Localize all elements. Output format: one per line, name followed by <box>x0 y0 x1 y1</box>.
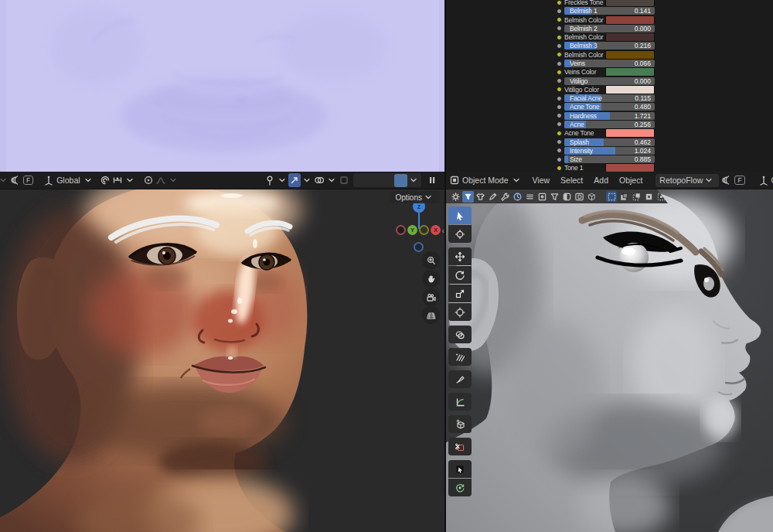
color-swatch[interactable] <box>605 32 655 42</box>
menu-object[interactable]: Object <box>614 176 648 185</box>
sidebar-toggle-icon[interactable]: ‹ <box>442 227 444 235</box>
chevron-down-icon[interactable] <box>82 173 94 187</box>
snap-magnet-icon[interactable] <box>99 173 111 187</box>
image-editor-normal-map[interactable] <box>0 0 444 172</box>
value-slider[interactable]: Veins0.066 <box>564 60 655 67</box>
value-slider[interactable]: Belmish 30.216 <box>564 42 655 49</box>
color-swatch[interactable] <box>605 85 655 94</box>
pan-hand-button[interactable] <box>422 270 440 288</box>
chevron-down-icon[interactable] <box>703 173 715 187</box>
viewport-retopo[interactable] <box>444 189 773 532</box>
pause-render-icon[interactable] <box>426 173 438 187</box>
fake-user-button[interactable]: F <box>23 176 33 185</box>
select-extend-icon[interactable] <box>618 191 629 202</box>
gizmo-x-axis[interactable]: X <box>431 225 441 235</box>
select-set-icon[interactable] <box>606 191 617 202</box>
chevron-down-icon[interactable] <box>325 173 338 187</box>
show-gizmo-icon[interactable] <box>288 173 301 187</box>
zoom-button[interactable] <box>422 251 440 269</box>
pivot-point-icon[interactable] <box>264 173 276 187</box>
gizmo-y-axis[interactable]: Y <box>407 225 417 235</box>
wrench-icon[interactable] <box>499 191 511 203</box>
color-swatch[interactable] <box>605 0 655 7</box>
select-subtract-icon[interactable] <box>631 191 642 202</box>
gizmo-neg-y-axis[interactable] <box>419 225 429 235</box>
tool-cursor-button[interactable] <box>448 225 472 243</box>
crescent-browse-icon[interactable] <box>720 173 733 187</box>
tool-scale-button[interactable] <box>448 285 472 302</box>
tool-selection-paint-button[interactable] <box>448 460 472 478</box>
funnel-outline-icon[interactable] <box>549 191 560 203</box>
chevron-down-icon[interactable] <box>510 173 523 187</box>
value-slider[interactable]: Acne0.256 <box>564 121 655 128</box>
gizmo-neg-z-axis[interactable] <box>414 242 424 252</box>
shading-wireframe-icon[interactable] <box>355 174 368 187</box>
gear-icon[interactable] <box>450 191 461 203</box>
gizmo-neg-x-axis[interactable] <box>396 225 406 235</box>
tool-polypen-button[interactable] <box>448 370 472 388</box>
chevron-down-icon[interactable] <box>301 173 313 187</box>
grid-perspective-button[interactable] <box>422 306 440 324</box>
color-swatch[interactable] <box>605 128 655 138</box>
viewport-rendered[interactable]: Options ‹ ZYX <box>0 189 444 532</box>
shading-rendered-icon[interactable] <box>394 174 407 187</box>
value-slider[interactable]: Belmish 10.141 <box>564 7 655 15</box>
tool-rotate-button[interactable] <box>448 266 472 284</box>
chevron-down-icon[interactable] <box>276 173 288 187</box>
color-swatch[interactable] <box>605 163 655 172</box>
value-slider[interactable]: Hardness1.721 <box>564 112 655 120</box>
clay-head-model[interactable] <box>446 189 773 532</box>
chevron-down-icon[interactable] <box>0 173 9 187</box>
chevron-down-icon[interactable] <box>407 173 420 187</box>
navigation-gizmo[interactable]: ZYX <box>396 200 444 256</box>
chevron-down-icon[interactable] <box>167 173 179 187</box>
d-block-icon[interactable] <box>574 191 585 203</box>
retopoflow-menu-button[interactable]: RetopoFlow <box>656 174 719 187</box>
color-swatch[interactable] <box>605 67 655 77</box>
falloff-curve-icon[interactable] <box>155 173 167 187</box>
menu-select[interactable]: Select <box>555 176 588 185</box>
value-slider[interactable]: Intensity1.024 <box>564 147 655 155</box>
tool-knife-button[interactable] <box>448 438 472 455</box>
shirt-icon[interactable] <box>475 191 486 203</box>
tool-tweak-button[interactable] <box>448 326 472 343</box>
options-button[interactable]: Options <box>390 191 440 203</box>
cube-outline-icon[interactable] <box>586 191 598 203</box>
menu-add[interactable]: Add <box>588 176 614 185</box>
xray-toggle-icon[interactable] <box>338 173 350 187</box>
value-slider[interactable]: Acne Tone0.480 <box>564 103 655 111</box>
tool-relax-button[interactable] <box>448 479 472 496</box>
tool-strokes-button[interactable] <box>448 348 472 366</box>
value-slider[interactable]: Splash0.462 <box>564 138 655 146</box>
snap-target-icon[interactable] <box>111 173 124 187</box>
fake-user-button[interactable]: F <box>734 176 744 185</box>
chevron-down-icon[interactable] <box>124 173 136 187</box>
pencil-icon[interactable] <box>487 191 499 203</box>
tool-transform-button[interactable] <box>448 303 472 321</box>
show-overlays-icon[interactable] <box>313 173 325 187</box>
color-swatch[interactable] <box>605 15 655 25</box>
shading-material-icon[interactable] <box>381 174 394 187</box>
tool-select-box-button[interactable] <box>448 206 472 224</box>
orientation-label[interactable]: Global <box>56 176 80 185</box>
camera-view-button[interactable] <box>422 288 440 306</box>
tool-protractor-button[interactable] <box>448 393 472 411</box>
value-slider[interactable]: Size0.885 <box>564 155 655 163</box>
tool-move-button[interactable] <box>448 247 472 265</box>
value-slider[interactable]: Vitiligo0.000 <box>564 77 655 85</box>
texture-icon[interactable] <box>536 191 548 203</box>
shading-solid-icon[interactable] <box>368 174 381 187</box>
select-invert-icon[interactable] <box>643 191 654 202</box>
proportional-editing-icon[interactable] <box>142 173 155 187</box>
value-slider[interactable]: Facial Acne0.115 <box>564 94 655 102</box>
history-icon[interactable] <box>512 191 523 203</box>
filter-funnel-icon[interactable] <box>462 191 474 203</box>
contrast-icon[interactable] <box>561 191 573 203</box>
color-swatch[interactable] <box>605 50 655 60</box>
rendered-head-model[interactable] <box>0 189 444 532</box>
value-slider[interactable]: Belmish 20.000 <box>564 25 655 32</box>
menu-lines-icon[interactable] <box>524 191 536 203</box>
menu-view[interactable]: View <box>527 176 556 185</box>
tool-add-cube-button[interactable] <box>448 415 472 433</box>
mode-selector[interactable]: Object Mode <box>462 176 509 185</box>
